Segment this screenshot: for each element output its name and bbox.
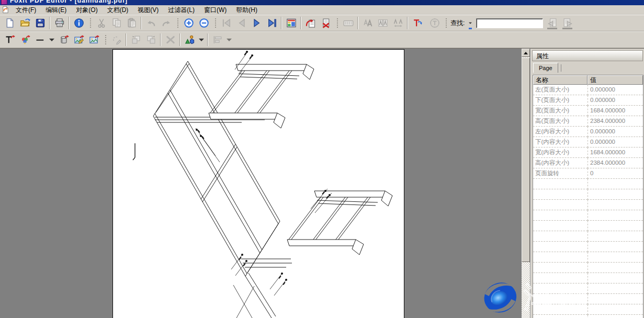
new-document-button[interactable]	[3, 16, 17, 30]
property-value[interactable]: 0.000000	[587, 85, 643, 95]
prev-page-icon	[236, 18, 247, 28]
empty-value-cell	[587, 273, 643, 283]
toolbar-grip[interactable]	[445, 17, 448, 29]
menu-item-document[interactable]: 文档(D)	[103, 6, 133, 14]
next-page-icon	[252, 18, 262, 28]
save-button[interactable]	[33, 16, 47, 30]
delete-object-icon	[165, 35, 176, 45]
empty-name-cell	[533, 231, 587, 242]
line-style-button[interactable]	[33, 33, 47, 47]
redo-button	[159, 16, 173, 30]
property-row[interactable]: 左(页面大小)0.000000	[533, 85, 643, 95]
menu-item-filter[interactable]: 过滤器(L)	[163, 6, 199, 14]
empty-name-cell	[533, 242, 587, 252]
edit-color-button[interactable]	[18, 33, 32, 47]
scroll-thumb[interactable]	[522, 58, 530, 262]
property-name: 宽(内容大小)	[533, 147, 587, 158]
open-folder-button[interactable]	[18, 16, 32, 30]
find-back-icon	[547, 18, 558, 28]
shapes-button[interactable]	[183, 33, 197, 47]
empty-value-cell	[587, 252, 643, 263]
find-forward-icon	[562, 18, 573, 28]
column-header-value[interactable]: 值	[587, 75, 643, 85]
property-row[interactable]: 宽(页面大小)1684.000000	[533, 106, 643, 116]
dropdown-button[interactable]	[48, 33, 55, 47]
find-dropdown-button[interactable]	[467, 16, 474, 30]
replace-font-button	[360, 16, 375, 30]
property-value[interactable]: 1684.000000	[587, 147, 643, 158]
menu-item-help[interactable]: 帮助(H)	[231, 6, 262, 14]
property-row[interactable]: 高(内容大小)2384.000000	[533, 158, 643, 168]
property-value[interactable]: 0.000000	[587, 137, 643, 147]
next-page-button[interactable]	[250, 16, 264, 30]
menu-item-window[interactable]: 窗口(W)	[199, 6, 231, 14]
scroll-up-button[interactable]	[522, 49, 530, 57]
toolbar-separator	[179, 33, 180, 46]
menu-item-object[interactable]: 对象(O)	[71, 6, 102, 14]
property-value[interactable]: 2384.000000	[587, 116, 643, 127]
menu-item-file[interactable]: 文件(F)	[11, 6, 41, 14]
toolbar-group	[212, 15, 334, 31]
menu-item-view[interactable]: 视图(V)	[133, 6, 163, 14]
property-row[interactable]: 宽(内容大小)1684.000000	[533, 147, 643, 158]
property-row[interactable]: 下(内容大小)0.000000	[533, 137, 643, 147]
empty-row	[533, 200, 643, 210]
replace-text-button[interactable]	[410, 16, 424, 30]
menu-item-edit[interactable]: 编辑(E)	[41, 6, 71, 14]
property-row[interactable]: 页面旋转0	[533, 168, 643, 179]
property-value[interactable]: 0.000000	[587, 95, 643, 106]
insert-page-button[interactable]	[303, 16, 318, 30]
add-shading-button[interactable]	[57, 33, 71, 47]
insert-page-icon	[306, 18, 316, 28]
property-row[interactable]: 左(内容大小)0.000000	[533, 127, 643, 137]
vertical-scrollbar[interactable]	[522, 49, 530, 318]
undo-icon	[146, 18, 156, 28]
document-window-icon[interactable]	[1, 6, 9, 14]
property-value[interactable]: 0	[587, 168, 643, 179]
zoom-out-button[interactable]	[197, 16, 211, 30]
new-document-icon	[5, 18, 15, 28]
print-button[interactable]	[52, 16, 66, 30]
toolbar-object	[0, 31, 644, 48]
grid-header: 名称 值	[533, 75, 643, 85]
edit-image-button[interactable]	[72, 33, 86, 47]
property-name: 左(页面大小)	[533, 85, 587, 95]
empty-value-cell	[587, 231, 643, 242]
dropdown-button[interactable]	[198, 33, 205, 47]
find-input[interactable]	[476, 18, 543, 28]
last-page-button[interactable]	[265, 16, 279, 30]
column-header-name[interactable]: 名称	[533, 75, 587, 85]
properties-grid: 名称 值 左(页面大小)0.000000下(页面大小)0.000000宽(页面大…	[533, 75, 643, 318]
add-text-button[interactable]	[3, 33, 17, 47]
empty-name-cell	[533, 283, 587, 294]
toolbar-separator	[300, 17, 301, 29]
empty-row	[533, 273, 643, 283]
info-button[interactable]	[72, 16, 86, 30]
delete-page-button[interactable]	[319, 16, 333, 30]
empty-value-cell	[587, 200, 643, 210]
tab-page[interactable]: Page	[533, 63, 558, 73]
add-image-button[interactable]	[87, 33, 101, 47]
page-thumbnails-button[interactable]	[284, 16, 298, 30]
toolbar-grip[interactable]	[214, 17, 217, 29]
document-page[interactable]	[112, 49, 404, 318]
empty-name-cell	[533, 273, 587, 283]
toolbar-grip[interactable]	[176, 17, 179, 29]
property-row[interactable]: 高(页面大小)2384.000000	[533, 116, 643, 127]
property-value[interactable]: 0.000000	[587, 127, 643, 137]
app-icon	[1, 0, 7, 5]
empty-value-cell	[587, 315, 643, 318]
zoom-in-button[interactable]	[182, 16, 196, 30]
property-value[interactable]: 2384.000000	[587, 158, 643, 168]
toolbar-grip[interactable]	[104, 34, 107, 46]
paste-icon	[127, 18, 137, 28]
toolbar-separator	[407, 17, 408, 29]
empty-value-cell	[587, 179, 643, 189]
toolbar-grip[interactable]	[89, 17, 92, 29]
property-value[interactable]: 1684.000000	[587, 106, 643, 116]
redo-icon	[161, 18, 172, 28]
keyboard-button	[341, 16, 355, 30]
toolbar-grip[interactable]	[336, 17, 339, 29]
property-row[interactable]: 下(页面大小)0.000000	[533, 95, 643, 106]
last-page-icon	[267, 18, 277, 28]
